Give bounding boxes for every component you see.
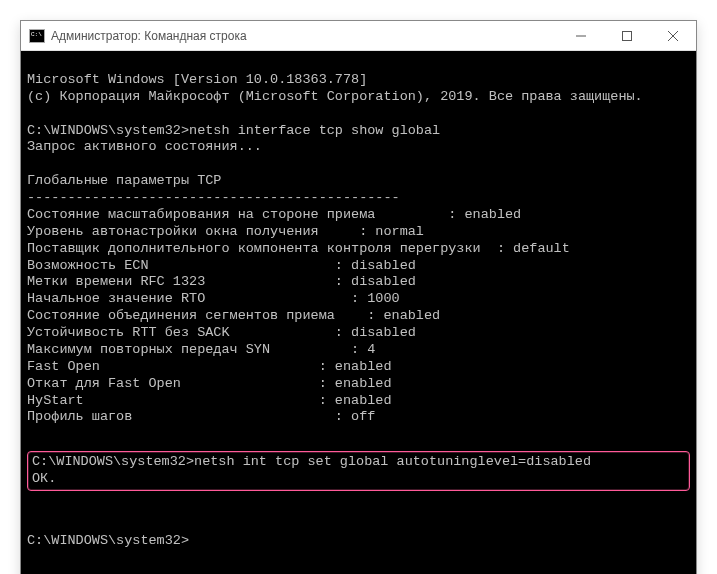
cmd-window: Администратор: Командная строка Microsof… — [20, 20, 697, 574]
output-line: ОК. — [32, 471, 56, 486]
svg-rect-1 — [623, 31, 632, 40]
param-row: Устойчивость RTT без SACK : disabled — [27, 325, 416, 340]
param-row: Возможность ECN : disabled — [27, 258, 416, 273]
output-line: Запрос активного состояния... — [27, 139, 262, 154]
minimize-button[interactable] — [558, 21, 604, 50]
param-row: Fast Open : enabled — [27, 359, 392, 374]
titlebar[interactable]: Администратор: Командная строка — [21, 21, 696, 51]
param-row: HyStart : enabled — [27, 393, 392, 408]
prompt-line: C:\WINDOWS\system32>netsh interface tcp … — [27, 123, 440, 138]
window-controls — [558, 21, 696, 50]
param-row: Поставщик дополнительного компонента кон… — [27, 241, 570, 256]
param-row: Начальное значение RTO : 1000 — [27, 291, 400, 306]
param-row: Профиль шагов : off — [27, 409, 375, 424]
section-title: Глобальные параметры TCP — [27, 173, 221, 188]
output-line: Microsoft Windows [Version 10.0.18363.77… — [27, 72, 367, 87]
divider-line: ----------------------------------------… — [27, 190, 400, 205]
close-button[interactable] — [650, 21, 696, 50]
highlighted-command: C:\WINDOWS\system32>netsh int tcp set gl… — [27, 451, 690, 491]
prompt-line: C:\WINDOWS\system32> — [27, 533, 197, 548]
maximize-button[interactable] — [604, 21, 650, 50]
param-row: Состояние масштабирования на стороне при… — [27, 207, 521, 222]
param-row: Метки времени RFC 1323 : disabled — [27, 274, 416, 289]
param-row: Максимум повторных передач SYN : 4 — [27, 342, 375, 357]
prompt-line: C:\WINDOWS\system32>netsh int tcp set gl… — [32, 454, 591, 469]
param-row: Уровень автонастройки окна получения : n… — [27, 224, 424, 239]
output-line: (c) Корпорация Майкрософт (Microsoft Cor… — [27, 89, 643, 104]
console-output[interactable]: Microsoft Windows [Version 10.0.18363.77… — [21, 51, 696, 574]
cursor-icon — [189, 534, 197, 548]
param-row: Откат для Fast Open : enabled — [27, 376, 392, 391]
window-title: Администратор: Командная строка — [51, 29, 558, 43]
cmd-icon — [29, 29, 45, 43]
param-row: Состояние объединения сегментов приема :… — [27, 308, 440, 323]
